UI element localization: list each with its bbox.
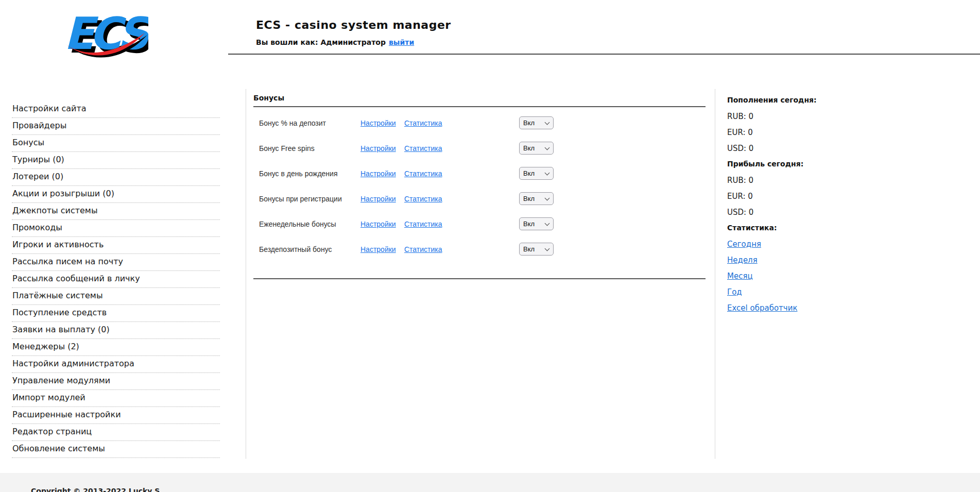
- bonus-state-select[interactable]: Вкл: [519, 116, 554, 129]
- bonus-label: Бонус % на депозит: [259, 119, 326, 127]
- bonus-stats-link[interactable]: Статистика: [404, 245, 442, 253]
- bonus-settings-link[interactable]: Настройки: [360, 195, 396, 203]
- bonus-label: Бездепозитный бонус: [259, 245, 332, 253]
- profit-rub-value: RUB: 0: [727, 176, 882, 192]
- login-status-text: Вы вошли как: Администратор: [256, 38, 386, 46]
- bonus-stats-link[interactable]: Статистика: [404, 119, 442, 127]
- bonus-settings-link[interactable]: Настройки: [360, 119, 396, 127]
- bonus-state-select-wrap: Вкл: [519, 167, 554, 180]
- sidebar-item-site-settings[interactable]: Настройки сайта: [12, 101, 220, 118]
- bonus-stats-link[interactable]: Статистика: [404, 195, 442, 203]
- sidebar-item-bonuses[interactable]: Бонусы: [12, 135, 220, 152]
- bonus-state-select[interactable]: Вкл: [519, 243, 554, 256]
- section-title-bonuses: Бонусы: [253, 94, 284, 102]
- sidebar-item-tournaments[interactable]: Турниры (0): [12, 152, 220, 169]
- bonus-row-deposit-percent: Бонус % на депозит Настройки Статистика …: [255, 116, 708, 141]
- sidebar-menu: Настройки сайта Провайдеры Бонусы Турнир…: [12, 101, 220, 458]
- main-right-separator: [715, 89, 715, 459]
- stats-panel: Пополнения сегодня: RUB: 0 EUR: 0 USD: 0…: [727, 96, 882, 319]
- bonus-state-select[interactable]: Вкл: [519, 192, 554, 205]
- bonus-row-free-spins: Бонус Free spins Настройки Статистика Вк…: [255, 141, 708, 166]
- profit-today-heading: Прибыль сегодня:: [727, 160, 882, 176]
- bonus-state-select[interactable]: Вкл: [519, 142, 554, 155]
- logout-link[interactable]: выйти: [389, 38, 414, 46]
- bonus-settings-link[interactable]: Настройки: [360, 245, 396, 253]
- profit-usd-value: USD: 0: [727, 208, 882, 224]
- deposits-usd-value: USD: 0: [727, 144, 882, 160]
- bonus-label: Бонус Free spins: [259, 144, 315, 152]
- sidebar-item-promocodes[interactable]: Промокоды: [12, 220, 220, 237]
- ecs-logo[interactable]: ECS ECS: [58, 6, 148, 64]
- bonus-state-select-wrap: Вкл: [519, 217, 554, 230]
- bonus-settings-link[interactable]: Настройки: [360, 220, 396, 228]
- bonus-stats-link[interactable]: Статистика: [404, 144, 442, 152]
- deposits-today-heading: Пополнения сегодня:: [727, 96, 882, 112]
- bonus-state-select-wrap: Вкл: [519, 192, 554, 205]
- sidebar-item-providers[interactable]: Провайдеры: [12, 118, 220, 135]
- stats-link-month[interactable]: Месяц: [727, 272, 753, 281]
- sidebar-item-email-mailing[interactable]: Рассылка писем на почту: [12, 254, 220, 271]
- header-divider: [228, 54, 980, 55]
- sidebar-item-advanced-settings[interactable]: Расширенные настройки: [12, 407, 220, 424]
- main-left-separator: [246, 89, 246, 459]
- bonus-label: Бонус в день рождения: [259, 169, 338, 178]
- sidebar-item-module-import[interactable]: Импорт модулей: [12, 390, 220, 407]
- stats-link-today[interactable]: Сегодня: [727, 240, 761, 249]
- bonus-list: Бонус % на депозит Настройки Статистика …: [255, 116, 708, 267]
- bonus-row-birthday: Бонус в день рождения Настройки Статисти…: [255, 166, 708, 192]
- bonus-state-select[interactable]: Вкл: [519, 217, 554, 230]
- sidebar-item-jackpots[interactable]: Джекпоты системы: [12, 203, 220, 220]
- sidebar-item-system-update[interactable]: Обновление системы: [12, 441, 220, 458]
- copyright-text: Copyright © 2013-2022 Lucky S: [31, 487, 160, 492]
- profit-eur-value: EUR: 0: [727, 192, 882, 208]
- sidebar-item-incoming-funds[interactable]: Поступление средств: [12, 305, 220, 322]
- bonus-settings-link[interactable]: Настройки: [360, 169, 396, 178]
- page-title: ECS - casino system manager: [256, 19, 451, 31]
- bonus-row-registration: Бонусы при регистрации Настройки Статист…: [255, 192, 708, 217]
- bonus-state-select-wrap: Вкл: [519, 116, 554, 129]
- bonus-label: Бонусы при регистрации: [259, 195, 342, 203]
- sidebar-item-lotteries[interactable]: Лотереи (0): [12, 169, 220, 186]
- bonus-row-no-deposit: Бездепозитный бонус Настройки Статистика…: [255, 242, 708, 267]
- stats-link-excel[interactable]: Excel обработчик: [727, 303, 797, 313]
- bonus-state-select[interactable]: Вкл: [519, 167, 554, 180]
- bonus-stats-link[interactable]: Статистика: [404, 169, 442, 178]
- deposits-rub-value: RUB: 0: [727, 112, 882, 128]
- bonus-row-weekly: Еженедельные бонусы Настройки Статистика…: [255, 217, 708, 242]
- sidebar-item-module-management[interactable]: Управление модулями: [12, 373, 220, 390]
- bonus-state-select-wrap: Вкл: [519, 243, 554, 256]
- bonuses-bottom-divider: [253, 278, 706, 279]
- login-status: Вы вошли как: Администраторвыйти: [256, 38, 414, 46]
- statistics-heading: Статистика:: [727, 224, 882, 240]
- sidebar-item-admin-settings[interactable]: Настройки администратора: [12, 356, 220, 373]
- sidebar-item-page-editor[interactable]: Редактор страниц: [12, 424, 220, 441]
- bonuses-top-divider: [253, 106, 706, 107]
- stats-link-week[interactable]: Неделя: [727, 256, 758, 265]
- bonus-settings-link[interactable]: Настройки: [360, 144, 396, 152]
- footer: Copyright © 2013-2022 Lucky S: [0, 473, 980, 492]
- sidebar-item-players-activity[interactable]: Игроки и активность: [12, 237, 220, 254]
- bonus-state-select-wrap: Вкл: [519, 142, 554, 155]
- sidebar-item-promotions[interactable]: Акции и розыгрыши (0): [12, 186, 220, 203]
- bonus-label: Еженедельные бонусы: [259, 220, 336, 228]
- stats-link-year[interactable]: Год: [727, 287, 742, 297]
- sidebar-item-payment-systems[interactable]: Платёжные системы: [12, 288, 220, 305]
- deposits-eur-value: EUR: 0: [727, 128, 882, 144]
- sidebar-item-payout-requests[interactable]: Заявки на выплату (0): [12, 322, 220, 339]
- sidebar-item-managers[interactable]: Менеджеры (2): [12, 339, 220, 356]
- bonus-stats-link[interactable]: Статистика: [404, 220, 442, 228]
- sidebar-item-pm-mailing[interactable]: Рассылка сообщений в личку: [12, 271, 220, 288]
